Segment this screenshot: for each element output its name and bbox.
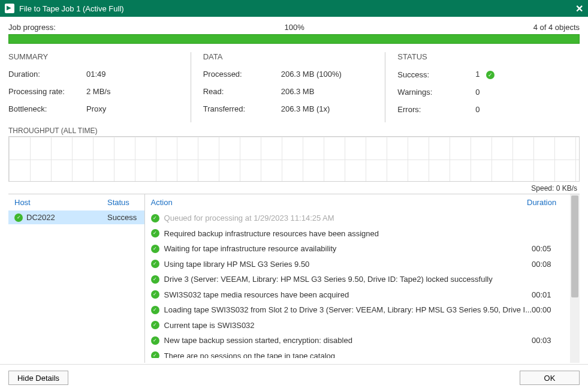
success-icon — [151, 290, 159, 299]
summary-heading: SUMMARY — [8, 52, 179, 61]
action-row[interactable]: SWI3S032 tape media resources have been … — [145, 287, 580, 303]
errors-label: Errors: — [397, 105, 475, 114]
success-icon — [151, 260, 159, 268]
action-text: Loading tape SWI3S032 from Slot 2 to Dri… — [164, 304, 532, 316]
action-row[interactable]: Required backup infrastructure resources… — [145, 226, 580, 242]
progress-bar — [8, 34, 580, 44]
success-value: 1 — [475, 70, 568, 79]
success-icon — [151, 321, 159, 329]
warnings-label: Warnings: — [397, 88, 475, 97]
action-row[interactable]: New tape backup session started, encrypt… — [145, 333, 580, 348]
hide-details-button[interactable]: Hide Details — [8, 371, 68, 385]
action-text: Required backup infrastructure resources… — [164, 228, 532, 240]
progress-percent: 100% — [56, 23, 533, 32]
host-header[interactable]: Host — [14, 198, 107, 207]
action-row[interactable]: Loading tape SWI3S032 from Slot 2 to Dri… — [145, 302, 580, 318]
scrollbar-thumb[interactable] — [571, 196, 578, 297]
success-icon — [151, 275, 159, 284]
progress-summary: Job progress: 100% 4 of 4 objects — [8, 23, 580, 32]
app-icon — [5, 4, 14, 13]
success-icon — [151, 306, 159, 314]
status-column: STATUS Success:1 Warnings:0 Errors:0 — [397, 52, 580, 122]
warnings-value: 0 — [475, 88, 568, 97]
action-duration: 00:01 — [532, 289, 574, 301]
titlebar: File to Tape Job 1 (Active Full) ✕ — [0, 0, 588, 17]
throughput-speed: Speed: 0 KB/s — [8, 183, 580, 194]
transferred-label: Transferred: — [203, 104, 281, 113]
footer: Hide Details OK — [0, 364, 588, 391]
status-header[interactable]: Status — [107, 198, 138, 207]
rate-label: Processing rate: — [8, 87, 86, 96]
progress-label: Job progress: — [8, 23, 56, 32]
ok-button[interactable]: OK — [520, 371, 580, 385]
throughput-label: THROUGHPUT (ALL TIME) — [8, 127, 580, 135]
host-table: Host Status DC2022Success — [8, 194, 145, 363]
read-value: 206.3 MB — [281, 87, 373, 96]
action-header[interactable]: Action — [151, 198, 527, 207]
status-heading: STATUS — [397, 52, 568, 61]
progress-objects: 4 of 4 objects — [533, 23, 580, 32]
duration-header[interactable]: Duration — [527, 198, 569, 207]
processed-label: Processed: — [203, 70, 281, 79]
bottleneck-value: Proxy — [86, 104, 179, 113]
action-row[interactable]: Current tape is SWI3S032 — [145, 318, 580, 333]
action-text: Current tape is SWI3S032 — [164, 320, 532, 332]
bottleneck-label: Bottleneck: — [8, 104, 86, 113]
action-text: Waiting for tape infrastructure resource… — [164, 243, 532, 255]
action-duration: 00:00 — [532, 304, 574, 316]
success-icon — [151, 245, 159, 253]
data-heading: DATA — [203, 52, 373, 61]
action-text: There are no sessions on the tape in tap… — [164, 350, 532, 359]
host-status: Success — [107, 213, 138, 222]
action-text: Queued for processing at 1/29/2023 11:14… — [164, 212, 532, 224]
action-text: New tape backup session started, encrypt… — [164, 335, 532, 347]
stats-panel: SUMMARY Duration:01:49 Processing rate:2… — [8, 52, 580, 123]
host-row[interactable]: DC2022Success — [8, 210, 144, 224]
duration-value: 01:49 — [86, 70, 179, 79]
action-row[interactable]: Waiting for tape infrastructure resource… — [145, 241, 580, 257]
action-table: Action Duration Queued for processing at… — [145, 194, 580, 363]
close-icon[interactable]: ✕ — [575, 3, 583, 14]
action-row[interactable]: There are no sessions on the tape in tap… — [145, 348, 580, 359]
success-icon — [151, 229, 159, 237]
success-check-icon — [486, 71, 494, 79]
host-name: DC2022 — [26, 213, 107, 222]
action-duration: 00:03 — [532, 335, 574, 347]
action-row[interactable]: Queued for processing at 1/29/2023 11:14… — [145, 210, 580, 226]
errors-value: 0 — [475, 105, 568, 114]
action-duration: 00:05 — [532, 243, 574, 255]
window-title: File to Tape Job 1 (Active Full) — [19, 4, 575, 13]
duration-label: Duration: — [8, 70, 86, 79]
actions-scrollbar[interactable] — [570, 194, 580, 363]
action-text: SWI3S032 tape media resources have been … — [164, 289, 532, 301]
action-row[interactable]: Using tape library HP MSL G3 Series 9.50… — [145, 257, 580, 272]
success-icon — [151, 351, 159, 358]
processed-value: 206.3 MB (100%) — [281, 70, 373, 79]
action-text: Using tape library HP MSL G3 Series 9.50 — [164, 258, 532, 270]
action-text: Drive 3 (Server: VEEAM, Library: HP MSL … — [164, 273, 532, 285]
action-row[interactable]: Drive 3 (Server: VEEAM, Library: HP MSL … — [145, 272, 580, 287]
success-icon — [14, 213, 23, 222]
data-column: DATA Processed:206.3 MB (100%) Read:206.… — [203, 52, 386, 122]
details-panel: Host Status DC2022Success Action Duratio… — [8, 194, 580, 363]
rate-value: 2 MB/s — [86, 87, 179, 96]
summary-column: SUMMARY Duration:01:49 Processing rate:2… — [8, 52, 191, 122]
success-label: Success: — [397, 70, 475, 79]
action-duration: 00:08 — [532, 258, 574, 270]
throughput-chart — [8, 136, 580, 182]
transferred-value: 206.3 MB (1x) — [281, 104, 373, 113]
success-icon — [151, 214, 159, 222]
read-label: Read: — [203, 87, 281, 96]
success-icon — [151, 336, 159, 345]
